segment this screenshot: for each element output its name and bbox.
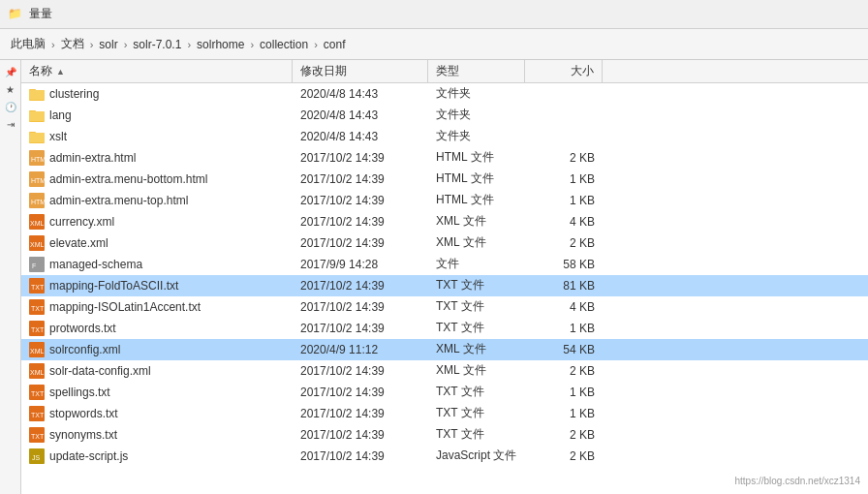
table-row[interactable]: TXTprotwords.txt2017/10/2 14:39TXT 文件1 K… — [21, 318, 868, 339]
cell-size-3: 2 KB — [525, 147, 603, 168]
breadcrumb-sep: › — [50, 39, 56, 50]
cell-date-11: 2017/10/2 14:39 — [293, 318, 428, 338]
cell-date-14: 2017/10/2 14:39 — [293, 382, 428, 402]
html-icon: HTM — [29, 193, 45, 208]
address-bar: 此电脑›文档›solr›solr-7.0.1›solrhome›collecti… — [0, 29, 868, 60]
table-row[interactable]: lang2020/4/8 14:43文件夹 — [21, 105, 868, 126]
breadcrumb-item-6[interactable]: conf — [321, 36, 349, 53]
table-row[interactable]: HTMadmin-extra.menu-top.html2017/10/2 14… — [21, 190, 868, 211]
cell-type-3: HTML 文件 — [428, 147, 525, 168]
table-row[interactable]: XMLcurrency.xml2017/10/2 14:39XML 文件4 KB — [21, 211, 868, 232]
table-row[interactable]: XMLsolr-data-config.xml2017/10/2 14:39XM… — [21, 360, 868, 382]
breadcrumb-item-2[interactable]: solr — [96, 36, 120, 53]
file-name-0: clustering — [49, 87, 99, 101]
table-row[interactable]: XMLsolrconfig.xml2020/4/9 11:12XML 文件54 … — [21, 339, 868, 360]
txt-icon: TXT — [29, 299, 45, 315]
cell-size-14: 1 KB — [525, 382, 603, 402]
col-header-type[interactable]: 类型 — [428, 60, 525, 82]
cell-size-9: 81 KB — [525, 275, 603, 295]
table-row[interactable]: TXTsynonyms.txt2017/10/2 14:39TXT 文件2 KB — [21, 424, 868, 446]
table-row[interactable]: Fmanaged-schema2017/9/9 14:28文件58 KB — [21, 254, 868, 275]
table-row[interactable]: TXTmapping-FoldToASCII.txt2017/10/2 14:3… — [21, 275, 868, 296]
table-row[interactable]: TXTmapping-ISOLatin1Accent.txt2017/10/2 … — [21, 296, 868, 318]
cell-name-17: JSupdate-script.js — [21, 446, 293, 466]
cell-name-5: HTMadmin-extra.menu-top.html — [21, 190, 293, 210]
cell-size-11: 1 KB — [525, 318, 603, 338]
cell-type-17: JavaScript 文件 — [428, 446, 525, 466]
cell-size-6: 4 KB — [525, 211, 603, 232]
xml-icon: XML — [29, 342, 45, 357]
breadcrumb-item-4[interactable]: solrhome — [194, 36, 247, 53]
cell-date-0: 2020/4/8 14:43 — [293, 83, 428, 104]
cell-type-2: 文件夹 — [428, 126, 525, 146]
file-list: clustering2020/4/8 14:43文件夹lang2020/4/8 … — [21, 83, 868, 467]
cell-type-0: 文件夹 — [428, 83, 525, 104]
cell-size-10: 4 KB — [525, 296, 603, 317]
cell-date-17: 2017/10/2 14:39 — [293, 446, 428, 466]
folder-icon — [29, 108, 45, 123]
cell-type-5: HTML 文件 — [428, 190, 525, 210]
svg-rect-2 — [29, 90, 45, 100]
cell-type-9: TXT 文件 — [428, 275, 525, 295]
table-row[interactable]: TXTstopwords.txt2017/10/2 14:39TXT 文件1 K… — [21, 403, 868, 424]
cell-type-6: XML 文件 — [428, 211, 525, 232]
file-name-11: protwords.txt — [49, 322, 116, 335]
pin-icon[interactable]: 📌 — [3, 64, 18, 79]
cell-size-15: 1 KB — [525, 403, 603, 423]
cell-size-7: 2 KB — [525, 232, 603, 253]
col-header-size[interactable]: 大小 — [525, 60, 603, 82]
html-icon: HTM — [29, 150, 45, 166]
table-row[interactable]: TXTspellings.txt2017/10/2 14:39TXT 文件1 K… — [21, 382, 868, 403]
star-icon[interactable]: ★ — [3, 81, 18, 97]
title-icon: 📁 — [8, 7, 23, 22]
svg-text:TXT: TXT — [31, 433, 45, 440]
breadcrumb-sep: › — [123, 39, 129, 50]
table-row[interactable]: xslt2020/4/8 14:43文件夹 — [21, 126, 868, 147]
file-name-15: stopwords.txt — [49, 407, 118, 420]
cell-type-13: XML 文件 — [428, 360, 525, 381]
table-row[interactable]: HTMadmin-extra.html2017/10/2 14:39HTML 文… — [21, 147, 868, 169]
table-row[interactable]: JSupdate-script.js2017/10/2 14:39JavaScr… — [21, 446, 868, 467]
col-header-date[interactable]: 修改日期 — [293, 60, 428, 82]
cell-name-2: xslt — [21, 126, 293, 146]
col-header-name[interactable]: 名称 ▲ — [21, 60, 293, 82]
file-name-9: mapping-FoldToASCII.txt — [49, 279, 178, 293]
cell-date-9: 2017/10/2 14:39 — [293, 275, 428, 295]
table-row[interactable]: clustering2020/4/8 14:43文件夹 — [21, 83, 868, 105]
file-name-3: admin-extra.html — [49, 151, 136, 165]
svg-rect-8 — [29, 133, 45, 142]
cell-size-13: 2 KB — [525, 360, 603, 381]
xml-icon: XML — [29, 235, 45, 251]
svg-text:XML: XML — [30, 220, 45, 227]
cell-size-17: 2 KB — [525, 446, 603, 466]
breadcrumb-item-5[interactable]: collection — [257, 36, 311, 53]
cell-name-14: TXTspellings.txt — [21, 382, 293, 402]
breadcrumb-item-1[interactable]: 文档 — [58, 34, 87, 54]
cell-size-16: 2 KB — [525, 424, 603, 445]
cell-size-4: 1 KB — [525, 169, 603, 189]
cell-date-4: 2017/10/2 14:39 — [293, 169, 428, 189]
svg-text:HTM: HTM — [31, 177, 45, 184]
cell-date-5: 2017/10/2 14:39 — [293, 190, 428, 210]
cell-size-0 — [525, 83, 603, 104]
cell-size-5: 1 KB — [525, 190, 603, 210]
cell-name-1: lang — [21, 105, 293, 125]
left-panel: 📌 ★ 🕐 ⇥ — [0, 60, 21, 494]
cell-date-13: 2017/10/2 14:39 — [293, 360, 428, 381]
cell-name-0: clustering — [21, 83, 293, 104]
table-row[interactable]: HTMadmin-extra.menu-bottom.html2017/10/2… — [21, 169, 868, 190]
clock-icon[interactable]: 🕐 — [3, 99, 18, 114]
txt-icon: TXT — [29, 321, 45, 336]
cell-type-8: 文件 — [428, 254, 525, 274]
cell-name-11: TXTprotwords.txt — [21, 318, 293, 338]
move-icon[interactable]: ⇥ — [3, 116, 18, 132]
cell-date-2: 2020/4/8 14:43 — [293, 126, 428, 146]
cell-type-12: XML 文件 — [428, 339, 525, 359]
breadcrumb-item-3[interactable]: solr-7.0.1 — [130, 36, 184, 53]
cell-date-10: 2017/10/2 14:39 — [293, 296, 428, 317]
explorer-content: 名称 ▲ 修改日期 类型 大小 clustering2020/4/8 14:43… — [21, 60, 868, 494]
breadcrumb-item-0[interactable]: 此电脑 — [8, 34, 48, 54]
cell-date-15: 2017/10/2 14:39 — [293, 403, 428, 423]
table-row[interactable]: XMLelevate.xml2017/10/2 14:39XML 文件2 KB — [21, 232, 868, 254]
file-name-13: solr-data-config.xml — [49, 364, 151, 378]
